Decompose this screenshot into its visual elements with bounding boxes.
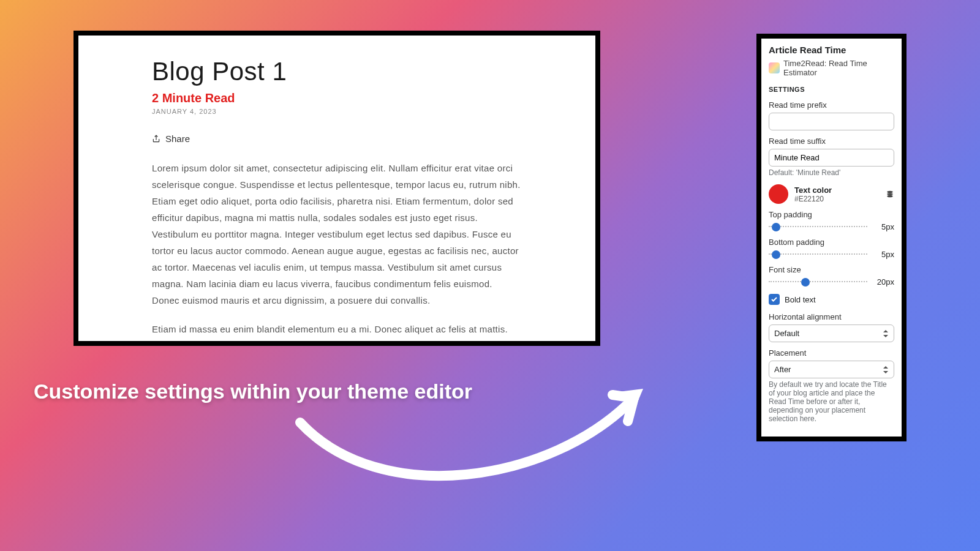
bold-checkbox[interactable] [769, 294, 780, 305]
svg-marker-3 [883, 330, 888, 332]
top-padding-slider[interactable] [769, 226, 867, 228]
placement-helper: By default we try and locate the Title o… [769, 380, 894, 423]
arrow-illustration [288, 349, 662, 502]
app-name: Time2Read: Read Time Estimator [783, 59, 894, 77]
color-hex: #E22120 [794, 195, 880, 203]
bold-label: Bold text [785, 295, 816, 304]
blog-body: Lorem ipsum dolor sit amet, consectetur … [152, 160, 522, 341]
blog-preview-frame: Blog Post 1 2 Minute Read JANUARY 4, 202… [74, 31, 600, 346]
check-icon [771, 296, 778, 303]
svg-marker-6 [883, 371, 888, 373]
blog-title: Blog Post 1 [152, 57, 522, 86]
blog-paragraph: Etiam id massa eu enim blandit elementum… [152, 321, 522, 341]
prefix-input[interactable] [769, 113, 894, 130]
font-size-label: Font size [769, 265, 894, 274]
prefix-label: Read time prefix [769, 100, 894, 110]
read-time-badge: 2 Minute Read [152, 91, 522, 105]
blog-paragraph: Lorem ipsum dolor sit amet, consectetur … [152, 160, 522, 309]
panel-title: Article Read Time [769, 45, 894, 55]
select-caret-icon [883, 366, 889, 373]
svg-marker-4 [883, 335, 888, 337]
settings-section-label: SETTINGS [769, 86, 894, 93]
alignment-label: Horizontal alignment [769, 312, 894, 321]
bottom-padding-value: 5px [872, 250, 894, 259]
share-button[interactable]: Share [152, 133, 522, 144]
settings-panel: Article Read Time Time2Read: Read Time E… [761, 39, 902, 437]
suffix-helper: Default: 'Minute Read' [769, 168, 894, 177]
placement-label: Placement [769, 348, 894, 358]
alignment-value: Default [774, 329, 799, 338]
top-padding-label: Top padding [769, 210, 894, 219]
svg-marker-5 [883, 366, 888, 369]
share-label: Share [165, 133, 190, 144]
placement-value: After [774, 365, 791, 374]
settings-frame: Article Read Time Time2Read: Read Time E… [756, 34, 907, 441]
color-swatch[interactable] [769, 184, 788, 204]
layers-icon[interactable] [886, 190, 894, 198]
svg-point-0 [887, 191, 892, 193]
share-icon [152, 135, 160, 143]
bold-checkbox-row[interactable]: Bold text [769, 294, 894, 305]
font-size-slider[interactable] [769, 281, 867, 283]
svg-point-1 [887, 193, 892, 195]
suffix-label: Read time suffix [769, 137, 894, 146]
select-caret-icon [883, 330, 889, 337]
app-icon [769, 62, 780, 73]
text-color-row[interactable]: Text color #E22120 [769, 184, 894, 204]
suffix-input[interactable] [769, 149, 894, 167]
blog-preview: Blog Post 1 2 Minute Read JANUARY 4, 202… [78, 36, 595, 341]
blog-date: JANUARY 4, 2023 [152, 108, 522, 115]
bottom-padding-slider[interactable] [769, 253, 867, 256]
font-size-value: 20px [872, 277, 894, 287]
top-padding-value: 5px [872, 222, 894, 231]
bottom-padding-label: Bottom padding [769, 238, 894, 247]
placement-select[interactable]: After [769, 361, 894, 378]
color-label: Text color [794, 186, 880, 195]
app-row[interactable]: Time2Read: Read Time Estimator [769, 59, 894, 77]
svg-point-2 [887, 195, 892, 198]
alignment-select[interactable]: Default [769, 324, 894, 342]
